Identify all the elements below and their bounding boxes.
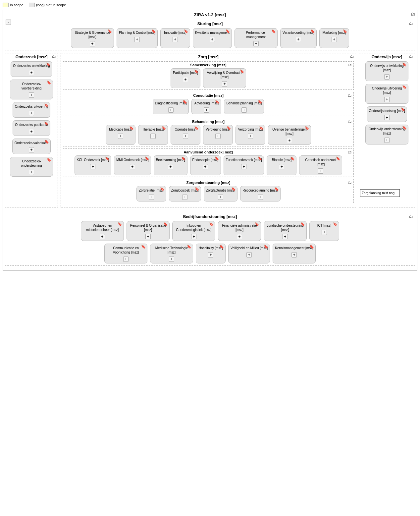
card-plus-button[interactable]: + xyxy=(203,164,208,169)
card-plus-button[interactable]: + xyxy=(384,97,390,102)
card-label: Onderwijs toetsing [msz] xyxy=(369,109,405,113)
bookmark-icon: 🔖 xyxy=(162,126,166,130)
zorg-folder-icon[interactable]: 🗂 xyxy=(350,54,354,59)
card-plus-button[interactable]: + xyxy=(322,230,327,235)
card-plus-button[interactable]: + xyxy=(130,164,135,169)
card-plus-button[interactable]: + xyxy=(296,37,301,42)
card-plus-button[interactable]: + xyxy=(241,107,247,113)
card-plus-button[interactable]: + xyxy=(134,37,140,42)
card-plus-button[interactable]: + xyxy=(183,134,188,139)
bookmark-icon: 🔖 xyxy=(402,62,407,67)
card-plus-button[interactable]: + xyxy=(29,70,34,75)
card-plus-button[interactable]: + xyxy=(291,252,297,258)
card-plus-button[interactable]: + xyxy=(183,77,188,82)
card-item: 🔖Kennismanagement [msz]+ xyxy=(273,244,316,263)
card-item: 🔖Planning & Control [msz]+ xyxy=(117,28,158,48)
card-item: 🔖Functie onderzoek [msz]+ xyxy=(224,155,264,175)
bookmark-icon: 🔖 xyxy=(271,29,276,33)
card-plus-button[interactable]: + xyxy=(258,195,263,200)
main-folder-icon[interactable]: 🗂 xyxy=(411,12,415,17)
legend-out-scope: (nog) niet in scope xyxy=(29,3,66,7)
card-plus-button[interactable]: + xyxy=(29,111,34,116)
card-plus-button[interactable]: + xyxy=(150,134,156,139)
card-plus-button[interactable]: + xyxy=(241,164,246,169)
card-plus-button[interactable]: + xyxy=(384,74,390,80)
bookmark-icon: 🔖 xyxy=(44,140,49,144)
card-item: 🔖Vastgoed- en middelenbeheer [msz]+ xyxy=(81,221,124,241)
card-plus-button[interactable]: + xyxy=(246,252,252,258)
card-plus-button[interactable]: + xyxy=(222,81,227,86)
card-plus-button[interactable]: + xyxy=(204,107,209,113)
card-item: 🔖Recourceplanning [msz]+ xyxy=(240,186,280,201)
sturing-section: Sturing [msz] 🗂 🔖Strategie & Governance … xyxy=(5,20,415,50)
card-label: Functie onderzoek [msz] xyxy=(226,158,262,162)
sturing-cards-row: 🔖Strategie & Governance [msz]+🔖Planning … xyxy=(7,28,413,48)
bookmark-icon: 🔖 xyxy=(336,156,341,161)
card-item: 🔖Onderzoeks-publicatie+ xyxy=(13,120,50,136)
bookmark-icon: 🔖 xyxy=(255,222,259,226)
bookmark-icon: 🔖 xyxy=(145,156,149,161)
card-plus-button[interactable]: + xyxy=(287,138,292,143)
aanvullend-section: Aanvullend onderzoek [msz] 🗂 🔖KCL Onderz… xyxy=(63,148,354,177)
card-item: 🔖Innovatie [msz]+ xyxy=(160,28,190,48)
card-plus-button[interactable]: + xyxy=(218,195,223,200)
card-plus-button[interactable]: + xyxy=(29,129,34,134)
card-item: 🔖Advisering [msz]+ xyxy=(191,99,221,114)
card-plus-button[interactable]: + xyxy=(253,41,259,46)
card-plus-button[interactable]: + xyxy=(332,37,337,42)
onderzoek-cards-row: 🔖Onderzoeks-ontwikkeling+🔖Onderzoeks-voo… xyxy=(7,61,56,177)
bedrijfsondersteuning-row1: 🔖Vastgoed- en middelenbeheer [msz]+🔖Pers… xyxy=(7,221,413,241)
card-plus-button[interactable]: + xyxy=(100,234,105,239)
card-plus-button[interactable]: + xyxy=(208,252,213,258)
card-plus-button[interactable]: + xyxy=(283,234,288,239)
card-plus-button[interactable]: + xyxy=(168,107,174,113)
consultatie-title: Consultatie [msz] xyxy=(65,93,351,97)
card-plus-button[interactable]: + xyxy=(237,234,242,239)
card-plus-button[interactable]: + xyxy=(384,138,390,143)
bookmark-icon: 🔖 xyxy=(129,126,134,130)
card-item: 🔖Verzorging [msz]+ xyxy=(236,125,265,145)
card-label: Onderzoeks-ontwikkeling xyxy=(13,64,50,68)
behandeling-folder-icon[interactable]: 🗂 xyxy=(348,119,352,124)
card-plus-button[interactable]: + xyxy=(182,195,187,200)
card-plus-button[interactable]: + xyxy=(279,164,284,169)
card-plus-button[interactable]: + xyxy=(318,168,323,174)
card-plus-button[interactable]: + xyxy=(123,257,129,262)
card-plus-button[interactable]: + xyxy=(191,234,196,239)
onderzoek-folder-icon[interactable]: 🗂 xyxy=(52,54,56,59)
sturing-title: Sturing [msz] xyxy=(7,22,413,26)
card-plus-button[interactable]: + xyxy=(210,37,215,42)
card-plus-button[interactable]: + xyxy=(384,115,390,120)
bookmark-icon: 🔖 xyxy=(194,69,199,74)
bookmark-icon: 🔖 xyxy=(401,107,405,112)
onderwijs-folder-icon[interactable]: 🗂 xyxy=(409,54,413,59)
card-plus-button[interactable]: + xyxy=(118,134,123,139)
card-plus-button[interactable]: + xyxy=(248,134,253,139)
card-plus-button[interactable]: + xyxy=(90,164,95,169)
card-item: 🔖Diagnosticering [msz]+ xyxy=(153,99,189,114)
samenwerking-cards-row: 🔖Participatie [msz]+🔖Verwijzing & Overdr… xyxy=(65,68,351,88)
bedrijfsondersteuning-folder-icon[interactable]: 🗂 xyxy=(409,214,413,219)
card-plus-button[interactable]: + xyxy=(149,195,154,200)
card-plus-button[interactable]: + xyxy=(90,41,95,46)
aanvullend-folder-icon[interactable]: 🗂 xyxy=(348,150,352,154)
card-plus-button[interactable]: + xyxy=(215,134,221,139)
card-plus-button[interactable]: + xyxy=(173,37,178,42)
card-plus-button[interactable]: + xyxy=(168,164,173,169)
zorgondersteuning-folder-icon[interactable]: 🗂 xyxy=(348,180,352,185)
card-plus-button[interactable]: + xyxy=(29,170,34,175)
card-label: Communicatie en Voorlichting [msz] xyxy=(107,246,145,255)
card-item: 🔖Onderzoeks-ondersteuning+ xyxy=(10,157,53,177)
bookmark-icon: 🔖 xyxy=(47,158,51,162)
card-plus-button[interactable]: + xyxy=(29,92,34,98)
samenwerking-folder-icon[interactable]: 🗂 xyxy=(348,63,352,67)
bookmark-icon: 🔖 xyxy=(108,29,112,33)
card-item: 🔖MMI Onderzoek [msz]+ xyxy=(114,155,151,175)
card-plus-button[interactable]: + xyxy=(169,257,174,262)
card-item: 🔖Verantwoording [msz]+ xyxy=(280,28,317,48)
card-plus-button[interactable]: + xyxy=(29,147,34,152)
consultatie-folder-icon[interactable]: 🗂 xyxy=(348,93,352,98)
card-plus-button[interactable]: + xyxy=(145,234,151,239)
bookmark-icon: 🔖 xyxy=(194,126,199,130)
sturing-folder-icon[interactable]: 🗂 xyxy=(409,21,413,26)
